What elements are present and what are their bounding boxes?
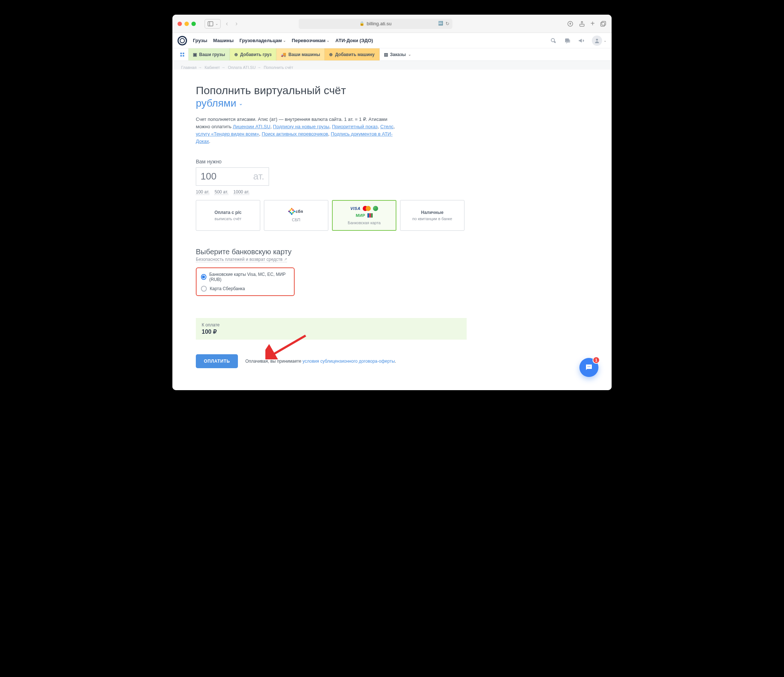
svg-point-17 <box>588 367 589 367</box>
amount-value: 100 <box>201 171 216 182</box>
method-cash[interactable]: Наличные по квитанции в банке <box>400 200 465 231</box>
downloads-icon[interactable] <box>567 20 574 27</box>
messages-icon[interactable] <box>564 37 571 44</box>
action-toolbar: ▣Ваши грузы ⊕Добавить груз 🚚Ваши машины … <box>173 48 611 61</box>
method-sbp[interactable]: сбп СБП <box>264 200 328 231</box>
svg-rect-5 <box>600 22 605 27</box>
browser-toolbar: ⌄ ‹ › 🔒 billing.ati.su 🔤 ↻ + <box>173 15 611 33</box>
chat-badge: 1 <box>593 356 600 364</box>
breadcrumb: Главная→ Кабинет→ Оплата ATI.SU→ Пополни… <box>173 61 611 70</box>
link-stealth[interactable]: Стелс <box>380 124 394 129</box>
nav-carriers[interactable]: Перевозчикам⌄ <box>292 38 330 43</box>
currency-selector[interactable]: рублями⌄ <box>196 97 467 109</box>
maximize-window-icon[interactable] <box>191 22 196 26</box>
crumb-payment[interactable]: Оплата ATI.SU <box>228 65 256 70</box>
reload-icon[interactable]: ↻ <box>445 21 450 27</box>
radio-off-icon <box>201 286 207 292</box>
amount-unit: ат. <box>253 171 264 182</box>
sber-logo-icon <box>373 206 378 211</box>
card-type-highlight: Банковские карты Visa, MC, EC, МИР (RUB)… <box>196 267 295 296</box>
svg-point-8 <box>554 41 556 43</box>
svg-rect-10 <box>180 52 182 54</box>
terms-link[interactable]: условия сублицензионного договора-оферты <box>303 359 395 364</box>
svg-point-9 <box>596 39 598 40</box>
radio-visa-mc[interactable]: Банковские карты Visa, MC, EC, МИР (RUB) <box>201 272 289 282</box>
nav-shippers[interactable]: Грузовладельцам⌄ <box>240 38 286 43</box>
mastercard-logo-icon <box>363 206 371 211</box>
total-label: К оплате <box>202 322 461 328</box>
payment-safety-link[interactable]: Безопасность платежей и возврат средств … <box>196 257 287 262</box>
svg-rect-12 <box>180 55 182 56</box>
radio-on-icon <box>201 274 207 280</box>
minimize-window-icon[interactable] <box>185 22 189 26</box>
address-bar[interactable]: 🔒 billing.ati.su 🔤 ↻ <box>299 19 453 29</box>
orders-button[interactable]: ▤Заказы⌄ <box>380 48 415 61</box>
site-logo[interactable] <box>177 36 187 45</box>
sidebar-toggle[interactable]: ⌄ <box>205 19 221 28</box>
svg-rect-13 <box>183 55 184 56</box>
avatar-icon <box>592 36 602 46</box>
add-truck-button[interactable]: ⊕Добавить машину <box>325 48 379 61</box>
pay-terms-note: Оплачивая, вы принимаете условия сублице… <box>245 359 396 364</box>
link-carriers[interactable]: Поиск активных перевозчиков <box>262 131 328 137</box>
preset-500[interactable]: 500 ат. <box>215 189 228 195</box>
method-bank-card[interactable]: VISA МИР Банковская карта <box>332 200 397 231</box>
total-panel: К оплате 100 ₽ <box>196 318 467 340</box>
amount-label: Вам нужно <box>196 159 467 164</box>
svg-point-6 <box>551 39 554 42</box>
close-window-icon[interactable] <box>177 22 182 26</box>
chevron-down-icon: ⌄ <box>239 100 243 106</box>
lock-icon: 🔒 <box>359 21 364 26</box>
svg-rect-11 <box>183 52 184 54</box>
apps-grid-icon[interactable] <box>176 48 188 61</box>
total-value: 100 ₽ <box>202 328 461 335</box>
link-priority[interactable]: Приоритетный показ <box>332 124 378 129</box>
pay-button[interactable]: ОПЛАТИТЬ <box>196 354 238 368</box>
external-link-icon: ↗ <box>284 257 287 261</box>
your-cargo-button[interactable]: ▣Ваши грузы <box>188 48 230 61</box>
plus-circle-icon: ⊕ <box>329 52 333 57</box>
window-controls <box>177 22 196 26</box>
page-title: Пополнить виртуальный счёт <box>196 84 467 97</box>
mir-logo-icon: МИР <box>356 213 365 218</box>
preset-100[interactable]: 100 ат. <box>196 189 209 195</box>
svg-rect-4 <box>602 21 606 25</box>
preset-1000[interactable]: 1000 ат. <box>233 189 250 195</box>
user-menu[interactable]: ⌄ <box>592 36 607 46</box>
search-icon[interactable] <box>550 37 557 44</box>
link-licenses[interactable]: Лицензии ATI.SU <box>233 124 271 129</box>
box-icon: ▣ <box>193 52 197 57</box>
method-bank-invoice[interactable]: Оплата с р/с выписать счёт <box>196 200 260 231</box>
sbp-logo-icon: сбп <box>289 209 303 214</box>
translate-icon[interactable]: 🔤 <box>438 21 443 27</box>
share-icon[interactable] <box>579 20 585 27</box>
add-cargo-button[interactable]: ⊕Добавить груз <box>230 48 276 61</box>
svg-point-18 <box>590 367 590 367</box>
crumb-cabinet[interactable]: Кабинет <box>205 65 220 70</box>
amount-presets: 100 ат. 500 ат. 1000 ат. <box>196 189 467 195</box>
truck-icon: 🚚 <box>281 52 286 57</box>
back-button[interactable]: ‹ <box>224 20 230 28</box>
chat-fab[interactable]: 1 <box>579 358 599 377</box>
your-trucks-button[interactable]: 🚚Ваши машины <box>276 48 325 61</box>
description-text: Счет пополняется атисами. Атис (ат) — вн… <box>196 116 401 145</box>
main-nav: Грузы Машины Грузовладельцам⌄ Перевозчик… <box>173 33 611 48</box>
nav-cargo[interactable]: Грузы <box>193 38 207 43</box>
chat-icon <box>585 363 593 372</box>
announce-icon[interactable] <box>578 37 585 44</box>
nav-edoc[interactable]: АТИ-Доки (ЭДО) <box>335 38 373 43</box>
payment-methods: Оплата с р/с выписать счёт сбп СБП VISA <box>196 200 467 231</box>
clipboard-icon: ▤ <box>384 52 388 57</box>
new-tab-icon[interactable]: + <box>590 19 595 28</box>
radio-sber[interactable]: Карта Сбербанка <box>201 286 289 292</box>
svg-point-16 <box>588 367 588 367</box>
crumb-home[interactable]: Главная <box>181 65 196 70</box>
amount-input[interactable]: 100 ат. <box>196 167 269 186</box>
forward-button[interactable]: › <box>233 20 240 28</box>
link-tender[interactable]: услугу «Тендер виден всем» <box>196 131 259 137</box>
tabs-icon[interactable] <box>600 20 607 27</box>
url-text: billing.ati.su <box>367 21 392 27</box>
link-subscription[interactable]: Подписку на новые грузы <box>273 124 330 129</box>
select-card-heading: Выберите банковскую карту <box>196 248 467 256</box>
nav-trucks[interactable]: Машины <box>213 38 233 43</box>
